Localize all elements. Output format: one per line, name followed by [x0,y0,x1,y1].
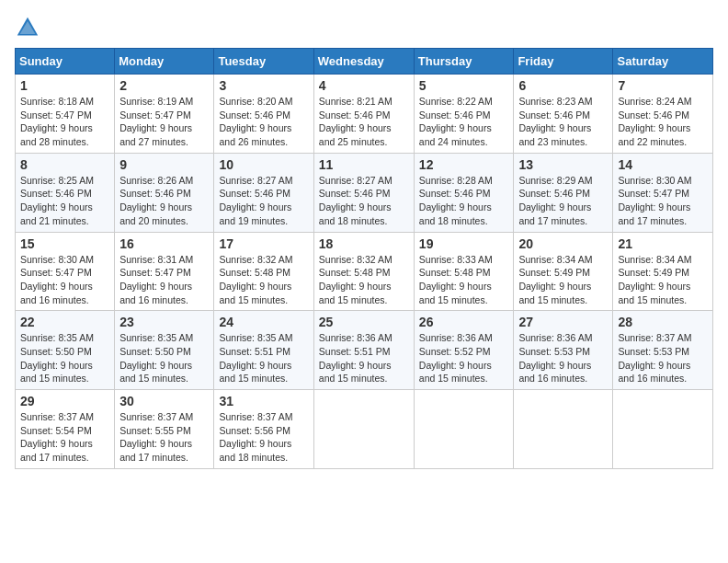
calendar-cell: 20Sunrise: 8:34 AM Sunset: 5:49 PM Dayli… [514,232,613,311]
calendar-cell: 19Sunrise: 8:33 AM Sunset: 5:48 PM Dayli… [414,232,514,311]
calendar-cell: 4Sunrise: 8:21 AM Sunset: 5:46 PM Daylig… [313,75,414,154]
day-number: 18 [319,236,409,251]
day-info: Sunrise: 8:18 AM Sunset: 5:47 PM Dayligh… [20,95,109,149]
day-number: 8 [20,157,109,172]
day-of-week-header: Thursday [414,49,514,75]
day-number: 17 [219,236,308,251]
day-info: Sunrise: 8:37 AM Sunset: 5:55 PM Dayligh… [119,410,209,465]
day-info: Sunrise: 8:23 AM Sunset: 5:46 PM Dayligh… [518,95,608,149]
calendar-cell: 15Sunrise: 8:30 AM Sunset: 5:47 PM Dayli… [16,232,115,311]
calendar-cell: 23Sunrise: 8:35 AM Sunset: 5:50 PM Dayli… [115,311,214,390]
day-info: Sunrise: 8:36 AM Sunset: 5:52 PM Dayligh… [419,331,509,385]
day-number: 14 [618,157,708,172]
day-info: Sunrise: 8:28 AM Sunset: 5:46 PM Dayligh… [419,174,509,228]
day-number: 13 [518,157,608,172]
calendar-cell: 11Sunrise: 8:27 AM Sunset: 5:46 PM Dayli… [313,153,414,232]
day-info: Sunrise: 8:24 AM Sunset: 5:46 PM Dayligh… [618,95,708,149]
calendar-cell: 13Sunrise: 8:29 AM Sunset: 5:46 PM Dayli… [514,153,613,232]
day-number: 25 [319,315,409,329]
day-info: Sunrise: 8:34 AM Sunset: 5:49 PM Dayligh… [518,253,608,307]
calendar-cell: 28Sunrise: 8:37 AM Sunset: 5:53 PM Dayli… [613,311,713,390]
calendar-cell: 30Sunrise: 8:37 AM Sunset: 5:55 PM Dayli… [115,390,214,469]
day-info: Sunrise: 8:21 AM Sunset: 5:46 PM Dayligh… [319,95,409,149]
calendar-week-row: 8Sunrise: 8:25 AM Sunset: 5:46 PM Daylig… [16,153,713,232]
day-info: Sunrise: 8:37 AM Sunset: 5:56 PM Dayligh… [219,410,308,465]
calendar-cell [313,390,414,469]
day-number: 3 [219,78,308,93]
page-header [15,15,713,40]
day-number: 23 [119,315,209,329]
calendar-table: SundayMondayTuesdayWednesdayThursdayFrid… [15,48,713,469]
day-number: 12 [419,157,509,172]
day-info: Sunrise: 8:31 AM Sunset: 5:47 PM Dayligh… [119,253,209,307]
calendar-cell: 22Sunrise: 8:35 AM Sunset: 5:50 PM Dayli… [16,311,115,390]
calendar-cell: 10Sunrise: 8:27 AM Sunset: 5:46 PM Dayli… [214,153,313,232]
calendar-cell [613,390,713,469]
calendar-cell: 26Sunrise: 8:36 AM Sunset: 5:52 PM Dayli… [414,311,514,390]
day-number: 27 [518,315,608,329]
day-info: Sunrise: 8:36 AM Sunset: 5:51 PM Dayligh… [319,331,409,385]
day-number: 31 [219,394,308,408]
calendar-cell: 31Sunrise: 8:37 AM Sunset: 5:56 PM Dayli… [214,390,313,469]
calendar-cell: 18Sunrise: 8:32 AM Sunset: 5:48 PM Dayli… [313,232,414,311]
day-number: 20 [518,236,608,251]
day-number: 7 [618,78,708,93]
day-info: Sunrise: 8:20 AM Sunset: 5:46 PM Dayligh… [219,95,308,149]
day-of-week-header: Wednesday [313,49,414,75]
calendar-cell: 9Sunrise: 8:26 AM Sunset: 5:46 PM Daylig… [115,153,214,232]
logo-icon [15,15,40,40]
day-of-week-header: Saturday [613,49,713,75]
day-number: 4 [319,78,409,93]
day-number: 2 [119,78,209,93]
day-number: 29 [20,394,109,408]
day-number: 22 [20,315,109,329]
day-number: 28 [618,315,708,329]
day-info: Sunrise: 8:35 AM Sunset: 5:51 PM Dayligh… [219,331,308,385]
day-info: Sunrise: 8:32 AM Sunset: 5:48 PM Dayligh… [219,253,308,307]
calendar-cell: 16Sunrise: 8:31 AM Sunset: 5:47 PM Dayli… [115,232,214,311]
day-info: Sunrise: 8:27 AM Sunset: 5:46 PM Dayligh… [319,174,409,228]
day-info: Sunrise: 8:35 AM Sunset: 5:50 PM Dayligh… [20,331,109,385]
day-number: 11 [319,157,409,172]
day-of-week-header: Sunday [16,49,115,75]
calendar-header-row: SundayMondayTuesdayWednesdayThursdayFrid… [16,49,713,75]
day-of-week-header: Tuesday [214,49,313,75]
calendar-cell: 29Sunrise: 8:37 AM Sunset: 5:54 PM Dayli… [16,390,115,469]
day-number: 15 [20,236,109,251]
day-info: Sunrise: 8:30 AM Sunset: 5:47 PM Dayligh… [618,174,708,228]
day-info: Sunrise: 8:30 AM Sunset: 5:47 PM Dayligh… [20,253,109,307]
day-info: Sunrise: 8:35 AM Sunset: 5:50 PM Dayligh… [119,331,209,385]
calendar-cell: 24Sunrise: 8:35 AM Sunset: 5:51 PM Dayli… [214,311,313,390]
calendar-cell: 21Sunrise: 8:34 AM Sunset: 5:49 PM Dayli… [613,232,713,311]
day-info: Sunrise: 8:29 AM Sunset: 5:46 PM Dayligh… [518,174,608,228]
day-number: 24 [219,315,308,329]
day-info: Sunrise: 8:33 AM Sunset: 5:48 PM Dayligh… [419,253,509,307]
calendar-cell: 12Sunrise: 8:28 AM Sunset: 5:46 PM Dayli… [414,153,514,232]
day-info: Sunrise: 8:26 AM Sunset: 5:46 PM Dayligh… [119,174,209,228]
calendar-cell: 7Sunrise: 8:24 AM Sunset: 5:46 PM Daylig… [613,75,713,154]
calendar-cell: 3Sunrise: 8:20 AM Sunset: 5:46 PM Daylig… [214,75,313,154]
calendar-cell: 17Sunrise: 8:32 AM Sunset: 5:48 PM Dayli… [214,232,313,311]
calendar-week-row: 15Sunrise: 8:30 AM Sunset: 5:47 PM Dayli… [16,232,713,311]
calendar-cell [414,390,514,469]
calendar-cell [514,390,613,469]
calendar-cell: 6Sunrise: 8:23 AM Sunset: 5:46 PM Daylig… [514,75,613,154]
calendar-cell: 2Sunrise: 8:19 AM Sunset: 5:47 PM Daylig… [115,75,214,154]
day-number: 30 [119,394,209,408]
calendar-week-row: 22Sunrise: 8:35 AM Sunset: 5:50 PM Dayli… [16,311,713,390]
day-info: Sunrise: 8:27 AM Sunset: 5:46 PM Dayligh… [219,174,308,228]
calendar-cell: 25Sunrise: 8:36 AM Sunset: 5:51 PM Dayli… [313,311,414,390]
day-number: 1 [20,78,109,93]
day-number: 6 [518,78,608,93]
calendar-week-row: 1Sunrise: 8:18 AM Sunset: 5:47 PM Daylig… [16,75,713,154]
day-number: 19 [419,236,509,251]
calendar-cell: 5Sunrise: 8:22 AM Sunset: 5:46 PM Daylig… [414,75,514,154]
calendar-cell: 8Sunrise: 8:25 AM Sunset: 5:46 PM Daylig… [16,153,115,232]
day-info: Sunrise: 8:37 AM Sunset: 5:54 PM Dayligh… [20,410,109,465]
day-info: Sunrise: 8:34 AM Sunset: 5:49 PM Dayligh… [618,253,708,307]
day-info: Sunrise: 8:19 AM Sunset: 5:47 PM Dayligh… [119,95,209,149]
calendar-cell: 1Sunrise: 8:18 AM Sunset: 5:47 PM Daylig… [16,75,115,154]
day-number: 21 [618,236,708,251]
calendar-cell: 14Sunrise: 8:30 AM Sunset: 5:47 PM Dayli… [613,153,713,232]
day-of-week-header: Friday [514,49,613,75]
